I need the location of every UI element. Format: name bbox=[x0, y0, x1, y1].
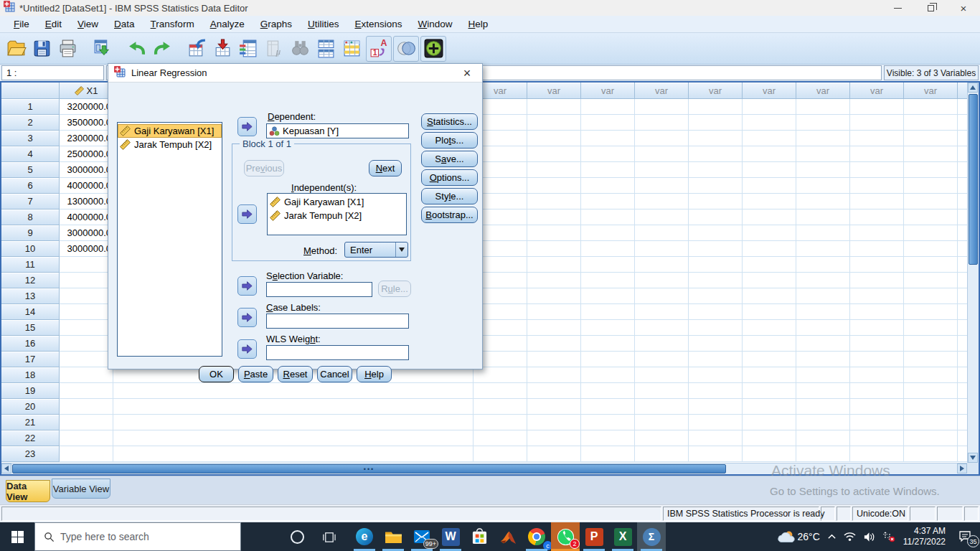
cell-empty[interactable] bbox=[958, 383, 967, 399]
cell-empty[interactable] bbox=[958, 241, 967, 257]
cell-empty[interactable] bbox=[581, 162, 635, 178]
cell-empty[interactable] bbox=[689, 383, 743, 399]
cell-empty[interactable] bbox=[527, 352, 581, 367]
row-header-22[interactable]: 22 bbox=[1, 430, 60, 446]
cell-empty[interactable] bbox=[743, 383, 796, 399]
cell-empty[interactable] bbox=[904, 146, 958, 162]
cell-empty[interactable] bbox=[958, 446, 967, 462]
cell-x1-row16[interactable] bbox=[60, 336, 113, 352]
weight-cases-icon[interactable] bbox=[339, 36, 364, 62]
cell-empty[interactable] bbox=[958, 352, 967, 367]
cell-empty[interactable] bbox=[581, 336, 635, 352]
cell-empty[interactable] bbox=[473, 383, 527, 399]
cell-empty[interactable] bbox=[796, 273, 850, 288]
variables-icon[interactable] bbox=[235, 36, 261, 62]
row-header-18[interactable]: 18 bbox=[1, 367, 60, 383]
cell-empty[interactable] bbox=[743, 336, 796, 352]
cell-empty[interactable] bbox=[796, 194, 850, 209]
cell-empty[interactable] bbox=[958, 194, 967, 209]
column-header-var[interactable]: var bbox=[743, 83, 796, 99]
cell-empty[interactable] bbox=[743, 131, 796, 146]
cell-empty[interactable] bbox=[743, 320, 796, 336]
cell-empty[interactable] bbox=[527, 178, 581, 194]
horizontal-scroll-thumb[interactable]: ••• bbox=[12, 464, 726, 474]
cell-empty[interactable] bbox=[743, 304, 796, 320]
cell-empty[interactable] bbox=[527, 399, 581, 415]
cell-empty[interactable] bbox=[796, 99, 850, 115]
cell-empty[interactable] bbox=[689, 273, 743, 288]
cell-empty[interactable] bbox=[850, 131, 904, 146]
network-sync-button[interactable] bbox=[879, 522, 899, 551]
menu-graphs[interactable]: Graphs bbox=[253, 17, 300, 31]
cell-empty[interactable] bbox=[581, 288, 635, 304]
cell-empty[interactable] bbox=[527, 320, 581, 336]
cell-empty[interactable] bbox=[581, 273, 635, 288]
cell-empty[interactable] bbox=[527, 430, 581, 446]
cell-empty[interactable] bbox=[850, 446, 904, 462]
cell-empty[interactable] bbox=[850, 241, 904, 257]
previous-button[interactable]: Previous bbox=[244, 160, 284, 176]
cell-empty[interactable] bbox=[689, 415, 743, 430]
cell-empty[interactable] bbox=[581, 304, 635, 320]
cell-empty[interactable] bbox=[850, 257, 904, 273]
taskbar-powerpoint[interactable]: P bbox=[580, 522, 608, 551]
cell-empty[interactable] bbox=[635, 225, 689, 241]
menu-edit[interactable]: Edit bbox=[37, 17, 70, 31]
cell-empty[interactable] bbox=[958, 304, 967, 320]
source-variable-item[interactable]: Gaji Karyawan [X1] bbox=[118, 124, 222, 138]
row-header-9[interactable]: 9 bbox=[1, 225, 60, 241]
value-labels-icon[interactable]: 1A bbox=[366, 36, 392, 62]
cell-empty[interactable] bbox=[473, 399, 527, 415]
source-variable-list[interactable]: Gaji Karyawan [X1]Jarak Tempuh [X2] bbox=[117, 122, 222, 357]
column-header-var[interactable]: var bbox=[527, 83, 581, 99]
menu-window[interactable]: Window bbox=[410, 17, 461, 31]
cell-empty[interactable] bbox=[473, 415, 527, 430]
row-header-2[interactable]: 2 bbox=[1, 115, 60, 131]
cell-empty[interactable] bbox=[689, 225, 743, 241]
selection-arrow-button[interactable] bbox=[237, 276, 257, 296]
taskbar-excel[interactable]: X bbox=[608, 522, 637, 551]
cell-empty[interactable] bbox=[743, 446, 796, 462]
cell-empty[interactable] bbox=[635, 383, 689, 399]
start-button[interactable] bbox=[0, 522, 34, 551]
cell-empty[interactable] bbox=[904, 162, 958, 178]
cell-empty[interactable] bbox=[796, 367, 850, 383]
cell-empty[interactable] bbox=[850, 383, 904, 399]
weather-button[interactable]: 26°C bbox=[773, 522, 824, 551]
cell-empty[interactable] bbox=[904, 383, 958, 399]
undo-icon[interactable] bbox=[123, 36, 149, 62]
cell-empty[interactable] bbox=[635, 131, 689, 146]
minimize-button[interactable] bbox=[881, 0, 914, 16]
method-dropdown[interactable]: Enter bbox=[344, 242, 408, 258]
cell-empty[interactable] bbox=[958, 320, 967, 336]
column-header-var[interactable]: var bbox=[581, 83, 635, 99]
scroll-down-arrow[interactable] bbox=[968, 453, 978, 463]
cell-empty[interactable] bbox=[796, 131, 850, 146]
cell-empty[interactable] bbox=[743, 430, 796, 446]
cell-empty[interactable] bbox=[527, 241, 581, 257]
cell-x1-row23[interactable] bbox=[60, 446, 113, 462]
tray-expand-button[interactable] bbox=[824, 522, 840, 551]
cell-empty[interactable] bbox=[796, 399, 850, 415]
cell-empty[interactable] bbox=[850, 115, 904, 131]
cell-empty[interactable] bbox=[635, 99, 689, 115]
cell-empty[interactable] bbox=[796, 352, 850, 367]
cell-empty[interactable] bbox=[850, 367, 904, 383]
taskbar-clock[interactable]: 4:37 AM 11/27/2022 bbox=[899, 526, 950, 547]
cell-empty[interactable] bbox=[743, 288, 796, 304]
cell-empty[interactable] bbox=[958, 399, 967, 415]
cell-empty[interactable] bbox=[904, 209, 958, 225]
cell-empty[interactable] bbox=[689, 446, 743, 462]
open-file-icon[interactable] bbox=[3, 36, 29, 62]
cell-empty[interactable] bbox=[635, 430, 689, 446]
taskbar-file-explorer[interactable] bbox=[379, 522, 407, 551]
wls-weight-field[interactable] bbox=[266, 345, 409, 360]
redo-icon[interactable] bbox=[149, 36, 175, 62]
scroll-right-arrow[interactable] bbox=[957, 463, 967, 474]
cell-empty[interactable] bbox=[743, 273, 796, 288]
plots-button[interactable]: Plots... bbox=[421, 132, 478, 149]
cell-empty[interactable] bbox=[527, 446, 581, 462]
cell-empty[interactable] bbox=[796, 225, 850, 241]
cell-x1-row14[interactable] bbox=[60, 304, 113, 320]
cell-empty[interactable] bbox=[473, 446, 527, 462]
